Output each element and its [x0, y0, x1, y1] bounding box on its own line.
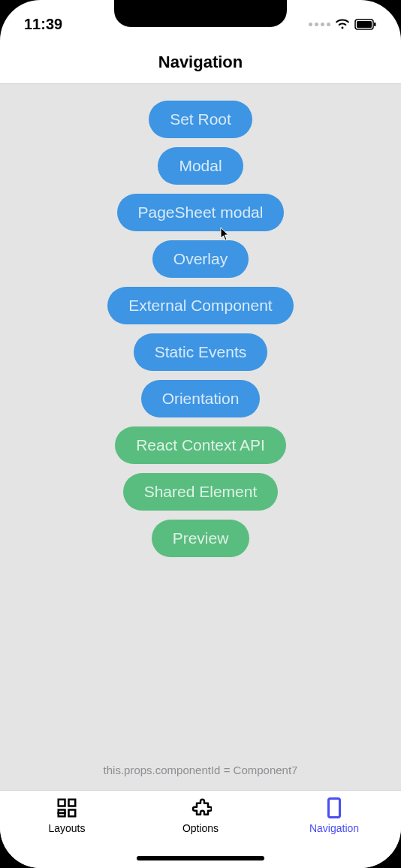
- wifi-icon: [335, 18, 350, 30]
- extension-icon: [189, 797, 212, 819]
- layouts-icon: [56, 797, 78, 819]
- set-root-button[interactable]: Set Root: [149, 101, 252, 138]
- status-icons: [309, 18, 377, 30]
- react-context-api-button[interactable]: React Context API: [115, 426, 286, 464]
- component-id-label: this.props.componentId = Component7: [104, 764, 298, 776]
- svg-rect-2: [374, 23, 376, 26]
- external-component-button[interactable]: External Component: [107, 287, 293, 324]
- pagesheet-modal-button[interactable]: PageSheet modal: [117, 194, 285, 231]
- static-events-button[interactable]: Static Events: [134, 333, 268, 371]
- shared-element-button[interactable]: Shared Element: [123, 473, 279, 511]
- content-area: Set Root Modal PageSheet modal Overlay E…: [0, 84, 401, 790]
- tab-label: Options: [182, 822, 219, 834]
- overlay-button[interactable]: Overlay: [152, 240, 249, 278]
- button-list: Set Root Modal PageSheet modal Overlay E…: [107, 101, 293, 557]
- battery-icon: [354, 19, 377, 30]
- modal-button[interactable]: Modal: [158, 147, 243, 185]
- svg-rect-3: [59, 800, 65, 806]
- tab-label: Navigation: [309, 822, 359, 834]
- svg-rect-7: [69, 810, 76, 817]
- tab-layouts[interactable]: Layouts: [22, 797, 112, 868]
- device-icon: [323, 797, 345, 819]
- svg-rect-6: [59, 813, 65, 816]
- device-frame: 11:39 Navigation Set Root Modal PageShee…: [0, 0, 401, 868]
- orientation-button[interactable]: Orientation: [141, 380, 261, 417]
- svg-rect-1: [357, 21, 372, 28]
- svg-rect-8: [329, 799, 340, 818]
- home-indicator[interactable]: [137, 856, 264, 860]
- svg-rect-4: [69, 800, 76, 806]
- cellular-dots-icon: [309, 23, 330, 26]
- tab-label: Layouts: [48, 822, 85, 834]
- page-title: Navigation: [158, 53, 243, 72]
- status-time: 11:39: [24, 16, 62, 33]
- tab-navigation[interactable]: Navigation: [289, 797, 379, 868]
- preview-button[interactable]: Preview: [152, 520, 250, 557]
- device-notch: [114, 0, 287, 27]
- navigation-header: Navigation: [0, 41, 401, 84]
